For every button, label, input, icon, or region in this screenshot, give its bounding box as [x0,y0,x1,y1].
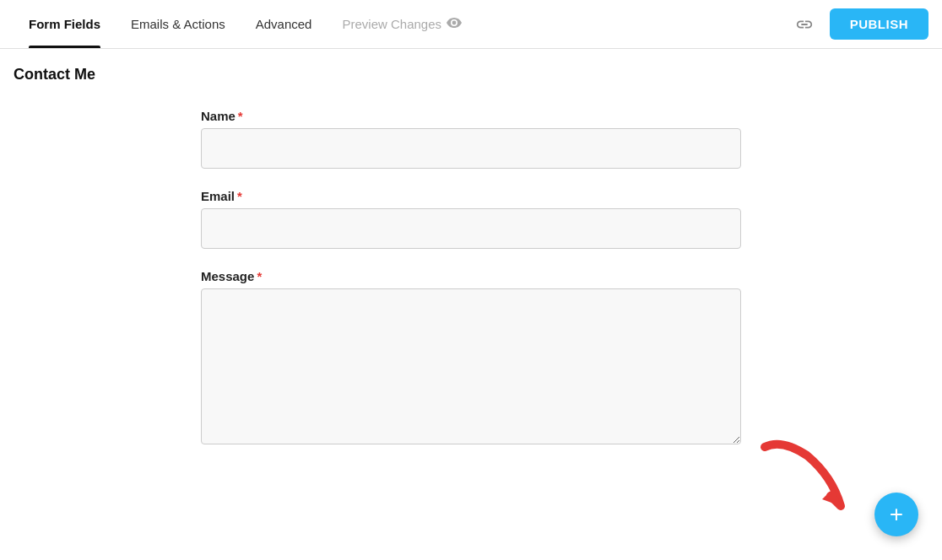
required-star-email: * [237,189,242,203]
eye-icon [447,17,462,31]
header: Form Fields Emails & Actions Advanced Pr… [0,0,942,49]
email-input[interactable] [201,208,741,249]
required-star-name: * [238,109,243,123]
page-title-area: Contact Me [0,49,942,92]
plus-icon: + [890,503,903,526]
tab-emails-actions[interactable]: Emails & Actions [116,0,241,48]
name-input[interactable] [201,128,741,169]
field-email-label: Email* [201,189,741,203]
field-name: Name* [201,109,741,169]
required-star-message: * [257,269,262,283]
field-name-label: Name* [201,109,741,123]
add-field-button[interactable]: + [874,493,918,536]
message-textarea[interactable] [201,288,741,444]
form-area: Name* Email* Message* [0,92,942,461]
publish-button[interactable]: PUBLISH [830,8,928,40]
link-icon-button[interactable] [789,9,820,40]
field-message: Message* [201,269,741,444]
header-actions: PUBLISH [789,8,928,40]
fab-container: + [874,493,918,536]
tab-preview-changes[interactable]: Preview Changes [327,0,477,48]
tab-advanced[interactable]: Advanced [241,0,328,48]
field-message-label: Message* [201,269,741,283]
form-inner: Name* Email* Message* [201,109,741,444]
field-email: Email* [201,189,741,249]
page-title: Contact Me [14,66,928,83]
nav-tabs: Form Fields Emails & Actions Advanced Pr… [14,0,477,48]
tab-form-fields[interactable]: Form Fields [14,0,116,48]
